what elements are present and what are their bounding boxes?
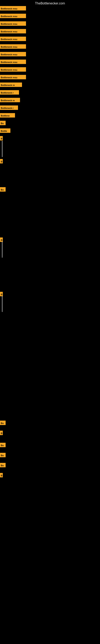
bottleneck-bar-25[interactable]: Bo: [0, 453, 6, 457]
bottleneck-bar-0[interactable]: Bottleneck resu: [0, 6, 26, 10]
bottleneck-bar-3[interactable]: Bottleneck resu: [0, 29, 26, 34]
bottleneck-bar-6[interactable]: Bottleneck resu: [0, 52, 26, 56]
vertical-line-0: [2, 141, 2, 157]
site-title: TheBottlenecker.com: [0, 0, 100, 7]
bottleneck-bar-9[interactable]: Bottleneck resu: [0, 75, 26, 79]
vertical-line-2: [2, 296, 2, 312]
bottleneck-bar-23[interactable]: B: [0, 431, 3, 435]
bottleneck-bar-10[interactable]: Bottleneck re: [0, 82, 22, 87]
bottleneck-bar-20[interactable]: B: [0, 238, 3, 242]
bottleneck-bar-2[interactable]: Bottleneck resu: [0, 21, 26, 26]
bottleneck-bar-26[interactable]: Bo: [0, 463, 6, 467]
vertical-line-1: [2, 242, 2, 258]
bottleneck-bar-7[interactable]: Bottleneck resu: [0, 60, 26, 64]
bottleneck-bar-21[interactable]: B: [0, 292, 3, 296]
bottleneck-bar-17[interactable]: B: [0, 136, 3, 140]
bottleneck-bar-22[interactable]: Bo: [0, 420, 6, 425]
bottleneck-bar-1[interactable]: Bottleneck resu: [0, 14, 26, 18]
bottleneck-bar-15[interactable]: Bo: [0, 121, 6, 125]
bottleneck-bar-4[interactable]: Bottleneck resu: [0, 37, 26, 41]
bottleneck-bar-14[interactable]: Bottlene: [0, 113, 15, 118]
bottleneck-bar-12[interactable]: Bottleneck re: [0, 98, 20, 102]
bottleneck-bar-24[interactable]: Bo: [0, 443, 6, 447]
bottleneck-bar-5[interactable]: Bottleneck resu: [0, 44, 26, 49]
bottleneck-bar-16[interactable]: Bottle: [0, 128, 10, 133]
bottleneck-bar-8[interactable]: Bottleneck resu: [0, 67, 26, 72]
bottleneck-bar-11[interactable]: Bottleneck r: [0, 90, 19, 94]
bottleneck-bar-27[interactable]: B: [0, 473, 3, 477]
bottleneck-bar-13[interactable]: Bottleneck r: [0, 106, 18, 110]
bottleneck-bar-19[interactable]: Bo: [0, 187, 6, 192]
bottleneck-bar-18[interactable]: B: [0, 159, 3, 164]
